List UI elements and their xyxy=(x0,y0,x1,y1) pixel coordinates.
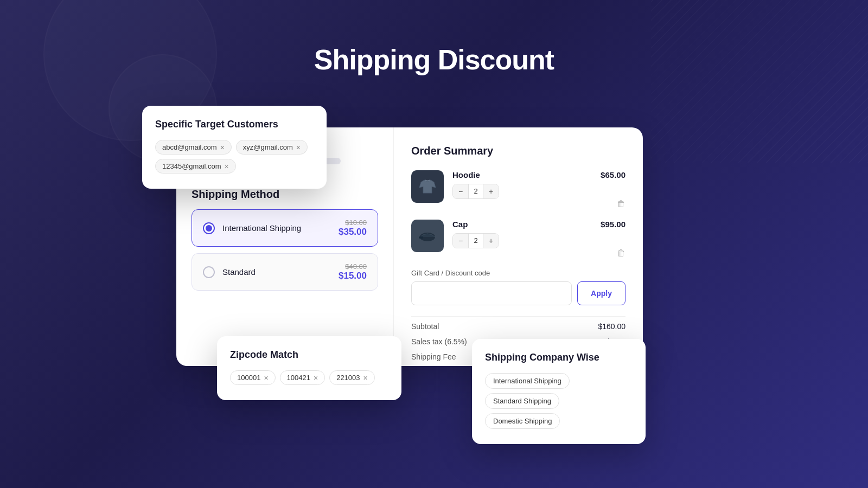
shipping-original-price-international: $10.00 xyxy=(339,219,367,227)
shipping-option-international-name: International Shipping xyxy=(222,223,331,233)
shipping-tag-domestic[interactable]: Domestic Shipping xyxy=(485,413,560,429)
email-tag-1-value: abcd@gmail.com xyxy=(162,143,217,151)
radio-international[interactable] xyxy=(203,222,215,234)
hoodie-price: $65.00 xyxy=(601,170,626,179)
zipcode-tags: 100001 × 100421 × 221003 × xyxy=(230,370,388,385)
radio-dot-international xyxy=(206,225,212,232)
zipcode-match-card: Zipcode Match 100001 × 100421 × 221003 × xyxy=(217,336,401,400)
shipping-price-international: $10.00 $35.00 xyxy=(339,219,367,237)
zipcode-tag-1[interactable]: 100001 × xyxy=(230,370,276,385)
cap-delete-icon[interactable]: 🗑 xyxy=(617,248,626,258)
discount-code-row: Apply xyxy=(411,281,626,305)
shipping-discounted-price-standard: $15.00 xyxy=(339,271,367,281)
cap-qty-control[interactable]: − 2 + xyxy=(452,233,499,248)
shipping-method-section: Shipping Method International Shipping $… xyxy=(192,188,378,291)
page-title: Shipping Discount xyxy=(314,43,554,76)
hoodie-svg xyxy=(418,177,437,196)
shipping-original-price-standard: $40.00 xyxy=(339,262,367,271)
cap-price: $95.00 xyxy=(601,220,626,229)
zipcode-tag-3-value: 221003 xyxy=(336,374,360,382)
hoodie-details: Hoodie − 2 + xyxy=(452,170,592,199)
shipping-company-title: Shipping Company Wise xyxy=(485,352,633,363)
zipcode-tag-1-remove[interactable]: × xyxy=(264,374,268,382)
hoodie-image xyxy=(411,170,444,203)
email-tag-3-remove[interactable]: × xyxy=(225,163,229,170)
hoodie-qty-value: 2 xyxy=(468,184,483,198)
shipping-method-label: Shipping Method xyxy=(192,188,378,201)
cap-qty-decrease[interactable]: − xyxy=(453,234,468,248)
hoodie-delete-icon[interactable]: 🗑 xyxy=(617,199,626,209)
zipcode-tag-3-remove[interactable]: × xyxy=(363,374,368,382)
shipping-tag-international-label: International Shipping xyxy=(493,377,561,385)
zipcode-tag-2-remove[interactable]: × xyxy=(314,374,318,382)
zipcode-tag-2-value: 100421 xyxy=(287,374,310,382)
email-tag-2-remove[interactable]: × xyxy=(296,144,301,151)
target-customers-tags: abcd@gmail.com × xyz@gmail.com × 12345@g… xyxy=(155,140,314,174)
hoodie-qty-decrease[interactable]: − xyxy=(453,184,468,198)
zipcode-tag-3[interactable]: 221003 × xyxy=(329,370,375,385)
discount-input[interactable] xyxy=(411,281,572,305)
shipping-tag-domestic-label: Domestic Shipping xyxy=(493,417,552,425)
gift-card-label: Gift Card / Discount code xyxy=(411,269,626,277)
product-row-hoodie: Hoodie − 2 + $65.00 🗑 xyxy=(411,170,626,209)
order-summary-title: Order Summary xyxy=(411,145,626,157)
shipping-option-standard-name: Standard xyxy=(222,267,331,277)
shipping-company-card: Shipping Company Wise International Ship… xyxy=(472,339,646,444)
product-row-cap: Cap − 2 + $95.00 🗑 xyxy=(411,220,626,258)
shipping-discounted-price-international: $35.00 xyxy=(339,227,367,237)
radio-standard[interactable] xyxy=(203,266,215,278)
subtotal-line: Subtotal $160.00 xyxy=(411,322,626,331)
zipcode-tag-2[interactable]: 100421 × xyxy=(280,370,326,385)
cap-qty-increase[interactable]: + xyxy=(483,234,499,248)
hoodie-qty-increase[interactable]: + xyxy=(483,184,499,198)
email-tag-2-value: xyz@gmail.com xyxy=(243,143,293,151)
zipcode-match-title: Zipcode Match xyxy=(230,349,388,361)
shipping-tag-international[interactable]: International Shipping xyxy=(485,373,570,389)
shipping-tag-standard[interactable]: Standard Shipping xyxy=(485,393,559,409)
cap-svg xyxy=(418,228,437,243)
email-tag-1[interactable]: abcd@gmail.com × xyxy=(155,140,232,155)
cap-details: Cap − 2 + xyxy=(452,220,592,248)
order-summary-panel: Order Summary Hoodie − 2 + xyxy=(393,127,643,366)
hoodie-qty-control[interactable]: − 2 + xyxy=(452,184,499,199)
bg-lines xyxy=(651,0,868,163)
target-customers-card: Specific Target Customers abcd@gmail.com… xyxy=(142,106,327,189)
cap-name: Cap xyxy=(452,220,592,229)
email-tag-2[interactable]: xyz@gmail.com × xyxy=(236,140,308,155)
shipping-option-standard[interactable]: Standard $40.00 $15.00 xyxy=(192,253,378,291)
apply-button[interactable]: Apply xyxy=(577,281,626,305)
hoodie-name: Hoodie xyxy=(452,170,592,179)
shipping-price-standard: $40.00 $15.00 xyxy=(339,262,367,281)
subtotal-value: $160.00 xyxy=(598,322,626,331)
cap-qty-value: 2 xyxy=(468,234,483,248)
shipping-option-international[interactable]: International Shipping $10.00 $35.00 xyxy=(192,209,378,247)
target-customers-title: Specific Target Customers xyxy=(155,119,314,130)
zipcode-tag-1-value: 100001 xyxy=(237,374,260,382)
svg-rect-1 xyxy=(419,236,423,239)
order-divider-1 xyxy=(411,316,626,317)
tax-label: Sales tax (6.5%) xyxy=(411,337,467,346)
shipping-company-tags: International Shipping Standard Shipping… xyxy=(485,373,633,429)
shipping-tag-standard-label: Standard Shipping xyxy=(493,397,551,405)
cap-image xyxy=(411,220,444,252)
email-tag-1-remove[interactable]: × xyxy=(220,144,225,151)
subtotal-label: Subtotal xyxy=(411,322,439,331)
email-tag-3[interactable]: 12345@gmail.com × xyxy=(155,159,236,174)
shipping-fee-label: Shipping Fee xyxy=(411,352,456,361)
email-tag-3-value: 12345@gmail.com xyxy=(162,162,221,170)
